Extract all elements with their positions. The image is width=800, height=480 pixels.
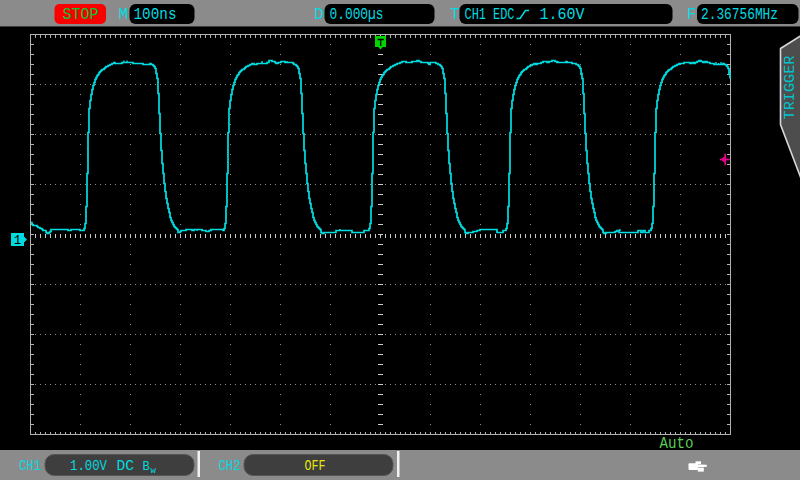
- svg-text:100ns: 100ns: [134, 6, 177, 24]
- svg-text:DC: DC: [117, 458, 135, 475]
- svg-text:0.000µs: 0.000µs: [330, 6, 384, 24]
- svg-text:1.00V: 1.00V: [70, 458, 107, 475]
- svg-text:2.36756MHz: 2.36756MHz: [701, 6, 778, 24]
- svg-text:B: B: [143, 460, 150, 474]
- svg-text:1: 1: [14, 234, 22, 248]
- svg-text:TRIGGER: TRIGGER: [782, 55, 798, 119]
- svg-text:CH1: CH1: [19, 458, 41, 475]
- svg-text:OFF: OFF: [305, 458, 326, 475]
- svg-text:T: T: [450, 6, 460, 24]
- svg-text:STOP: STOP: [63, 6, 99, 24]
- svg-text:CH1 EDC: CH1 EDC: [465, 6, 515, 24]
- svg-text:1.60V: 1.60V: [540, 6, 585, 24]
- svg-text:CH2: CH2: [219, 458, 241, 475]
- svg-text:D: D: [314, 6, 324, 24]
- svg-text:F: F: [687, 6, 697, 24]
- svg-text:Auto: Auto: [660, 435, 694, 453]
- svg-text:w: w: [151, 466, 157, 476]
- svg-text:M: M: [119, 6, 129, 24]
